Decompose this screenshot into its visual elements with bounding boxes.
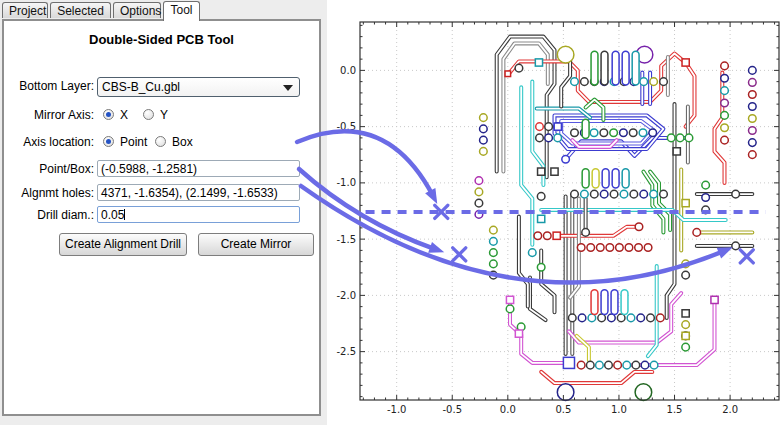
point-box-label: Point/Box: (10, 162, 94, 176)
alignment-holes-input[interactable]: 4371, -1.6354), (2.1499, -1.6533) (97, 184, 300, 201)
svg-text:0.0: 0.0 (500, 404, 516, 415)
svg-text:-1.5: -1.5 (336, 234, 356, 245)
tab-tool-label: Tool (170, 3, 192, 17)
svg-text:-2.5: -2.5 (336, 346, 356, 357)
mirror-axis-x-radio[interactable] (103, 109, 114, 120)
mirror-axis-y-radio[interactable] (143, 109, 154, 120)
app-window: -1.0-0.50.00.51.01.52.00.0-0.5-1.0-1.5-2… (0, 0, 784, 425)
drill-diam-input[interactable]: 0.05 (97, 206, 300, 223)
axis-location-box-radio[interactable] (155, 136, 166, 147)
mirror-axis-y-label: Y (160, 108, 168, 122)
point-box-value: (-0.5988, -1.2581) (101, 162, 197, 176)
svg-text:1.0: 1.0 (611, 404, 627, 415)
marker-alignment-hole-1 (453, 248, 466, 261)
chevron-down-icon (283, 85, 293, 91)
plot-figure: -1.0-0.50.00.51.01.52.00.0-0.5-1.0-1.5-2… (327, 0, 784, 425)
svg-text:1.5: 1.5 (667, 404, 683, 415)
alignment-holes-label: Algnmt holes: (10, 186, 94, 200)
bottom-layer-value: CBS-B_Cu.gbl (102, 80, 180, 94)
svg-text:0.0: 0.0 (340, 65, 356, 76)
svg-text:-2.0: -2.0 (336, 290, 356, 301)
tab-project-label: Project (9, 4, 46, 18)
plot-canvas[interactable]: -1.0-0.50.00.51.01.52.00.0-0.5-1.0-1.5-2… (327, 0, 784, 425)
create-alignment-drill-button[interactable]: Create Alignment Drill (59, 233, 187, 256)
page-title: Double-Sided PCB Tool (4, 32, 319, 47)
tab-options-label: Options (120, 4, 161, 18)
bottom-layer-select[interactable]: CBS-B_Cu.gbl (97, 77, 300, 97)
svg-text:-0.5: -0.5 (442, 404, 462, 415)
svg-text:-0.5: -0.5 (336, 121, 356, 132)
svg-text:2.0: 2.0 (722, 404, 738, 415)
point-box-input[interactable]: (-0.5988, -1.2581) (97, 160, 300, 177)
svg-text:-1.0: -1.0 (387, 404, 407, 415)
drill-diam-label: Drill diam.: (10, 208, 94, 222)
tab-project[interactable]: Project (2, 2, 48, 18)
alignment-holes-value: 4371, -1.6354), (2.1499, -1.6533) (101, 186, 278, 200)
tab-options[interactable]: Options (113, 2, 161, 18)
drill-diam-value: 0.05 (101, 208, 124, 222)
tool-panel: Double-Sided PCB Tool Bottom Layer: CBS-… (2, 19, 321, 416)
pcb-traces-layer (497, 37, 753, 384)
bottom-layer-label: Bottom Layer: (10, 79, 94, 93)
tab-selected-label: Selected (57, 4, 104, 18)
create-mirror-button[interactable]: Create Mirror (198, 233, 314, 256)
svg-text:-1.0: -1.0 (336, 177, 356, 188)
axis-location-point-label: Point (120, 135, 147, 149)
axis-location-box-label: Box (172, 135, 193, 149)
text-caret (124, 209, 125, 220)
axis-location-point-radio[interactable] (103, 136, 114, 147)
mirror-axis-label: Mirror Axis: (10, 108, 94, 122)
mirror-axis-x-label: X (120, 108, 128, 122)
tab-tool[interactable]: Tool (163, 1, 200, 21)
svg-text:0.5: 0.5 (555, 404, 571, 415)
axis-location-label: Axis location: (10, 135, 94, 149)
marker-alignment-hole-2 (740, 250, 753, 263)
tab-selected[interactable]: Selected (50, 2, 111, 18)
